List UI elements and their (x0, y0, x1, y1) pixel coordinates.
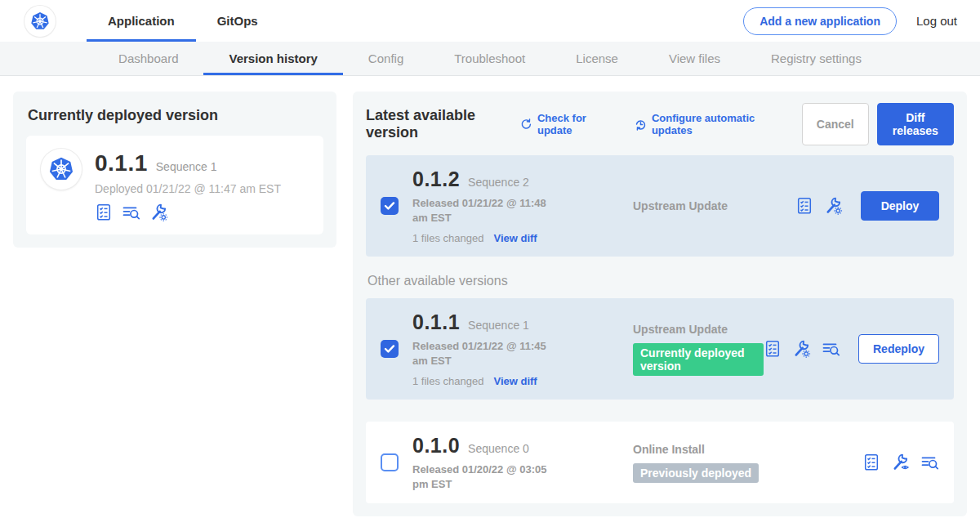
version-0-1-1-checkbox[interactable] (381, 340, 399, 358)
version-number: 0.1.2 (412, 167, 460, 191)
subnav-dashboard[interactable]: Dashboard (93, 42, 203, 75)
subnav-license[interactable]: License (550, 42, 644, 75)
files-changed-label: 1 files changed (412, 375, 483, 387)
subnav-version-history[interactable]: Version history (203, 42, 342, 75)
tab-application[interactable]: Application (87, 0, 196, 42)
version-source-label: Online Install (633, 443, 862, 456)
preflight-checks-icon[interactable] (95, 203, 113, 221)
released-timestamp: Released 01/21/22 @ 11:48 am EST (412, 196, 564, 225)
subnav-troubleshoot[interactable]: Troubleshoot (429, 42, 550, 75)
preflight-checks-icon[interactable] (795, 197, 813, 215)
currently-deployed-title: Currently deployed version (28, 107, 323, 124)
deploy-button[interactable]: Deploy (861, 191, 939, 221)
refresh-icon (520, 118, 532, 132)
version-0-1-0-checkbox[interactable] (381, 453, 399, 471)
configure-updates-label: Configure automatic updates (652, 112, 781, 136)
version-number: 0.1.1 (412, 310, 460, 334)
version-0-1-2-checkbox[interactable] (381, 197, 399, 215)
sequence-label: Sequence 1 (468, 319, 529, 332)
subnav-registry-settings[interactable]: Registry settings (746, 42, 887, 75)
version-source-label: Upstream Update (633, 199, 795, 212)
version-row-0-1-0: 0.1.0 Sequence 0 Released 01/20/22 @ 03:… (366, 422, 954, 503)
files-changed-label: 1 files changed (412, 232, 483, 244)
currently-deployed-card: 0.1.1 Sequence 1 Deployed 01/21/22 @ 11:… (26, 136, 323, 234)
currently-deployed-badge: Currently deployed version (633, 343, 764, 376)
app-subnav: Dashboard Version history Config Trouble… (0, 42, 980, 76)
log-out-button[interactable]: Log out (916, 14, 957, 28)
diff-releases-button[interactable]: Diff releases (877, 103, 954, 145)
check-for-update-label: Check for update (537, 112, 613, 136)
sequence-label: Sequence 0 (468, 442, 529, 455)
preflight-checks-icon[interactable] (764, 340, 782, 358)
sequence-label: Sequence 2 (468, 176, 529, 189)
view-diff-link[interactable]: View diff (493, 375, 537, 387)
config-gear-icon[interactable] (150, 203, 168, 221)
config-gear-icon[interactable] (825, 197, 843, 215)
latest-available-title: Latest available version (366, 107, 512, 141)
add-new-application-button[interactable]: Add a new application (743, 7, 897, 35)
currently-deployed-panel: Currently deployed version 0.1.1 Sequenc… (13, 92, 336, 248)
app-kubernetes-icon (41, 149, 82, 190)
version-source-label: Upstream Update (633, 323, 764, 336)
deployed-version-number: 0.1.1 (95, 150, 148, 176)
deploy-logs-icon[interactable] (122, 203, 140, 221)
deployed-timestamp: Deployed 01/21/22 @ 11:47 am EST (95, 182, 281, 195)
config-view-icon[interactable] (892, 453, 910, 471)
preflight-checks-icon[interactable] (862, 453, 880, 471)
deploy-logs-icon[interactable] (921, 453, 939, 471)
deploy-logs-icon[interactable] (822, 340, 840, 358)
subnav-config[interactable]: Config (343, 42, 429, 75)
redeploy-button[interactable]: Redeploy (858, 334, 939, 364)
version-row-0-1-2: 0.1.2 Sequence 2 Released 01/21/22 @ 11:… (366, 155, 954, 257)
version-number: 0.1.0 (412, 434, 460, 458)
subnav-view-files[interactable]: View files (644, 42, 746, 75)
view-diff-link[interactable]: View diff (493, 232, 537, 244)
kubernetes-logo-icon (24, 6, 56, 37)
cancel-button[interactable]: Cancel (802, 103, 869, 145)
other-available-versions-label: Other available versions (368, 274, 954, 288)
schedule-update-icon (635, 118, 647, 132)
config-gear-icon[interactable] (793, 340, 811, 358)
configure-automatic-updates-link[interactable]: Configure automatic updates (635, 112, 781, 136)
check-for-update-link[interactable]: Check for update (520, 112, 613, 136)
released-timestamp: Released 01/20/22 @ 03:05 pm EST (412, 462, 564, 491)
deployed-sequence-label: Sequence 1 (156, 160, 217, 173)
released-timestamp: Released 01/21/22 @ 11:45 am EST (412, 339, 564, 368)
available-versions-panel: Latest available version Check for updat… (353, 92, 967, 516)
top-nav-tabs: Application GitOps (87, 0, 279, 42)
tab-gitops[interactable]: GitOps (196, 0, 279, 42)
previously-deployed-badge: Previously deployed (633, 463, 759, 483)
top-nav: Application GitOps Add a new application… (0, 0, 980, 42)
version-row-0-1-1: 0.1.1 Sequence 1 Released 01/21/22 @ 11:… (366, 298, 954, 400)
